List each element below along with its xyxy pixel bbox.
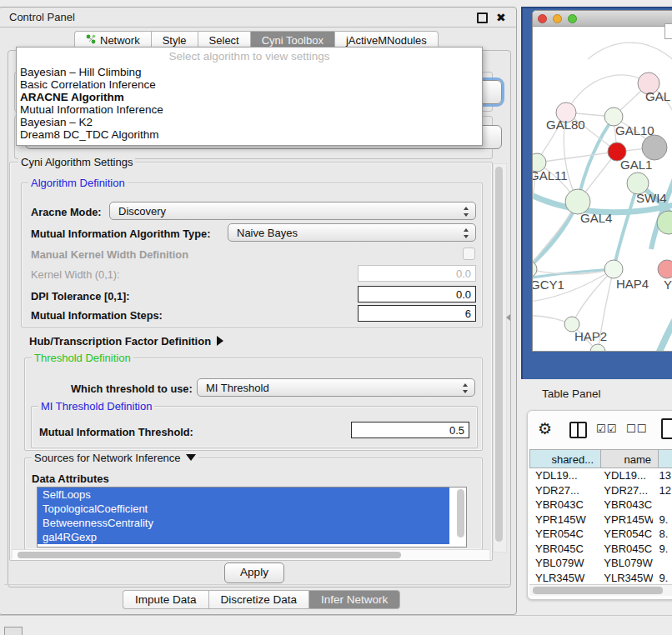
network-window-titlebar — [533, 11, 672, 27]
select-all-checkboxes-icon[interactable]: ☑☑ — [596, 422, 617, 435]
float-window-icon[interactable] — [477, 12, 488, 23]
list-vertical-scrollbar[interactable] — [457, 489, 464, 538]
chevron-right-icon — [217, 336, 223, 346]
column-header-a[interactable]: A — [659, 449, 672, 468]
node-label: GAL10 — [615, 123, 654, 138]
column-header-shared[interactable]: shared... — [529, 449, 601, 468]
table-row[interactable]: YBR043CYBR043C — [529, 498, 672, 512]
node-label: GAL4 — [580, 211, 612, 225]
manual-kernel-checkbox[interactable] — [463, 248, 475, 260]
hub-definition-label: Hub/Transcription Factor Definition — [29, 335, 211, 348]
mi-steps-field[interactable]: 6 — [358, 305, 476, 322]
column-header-name[interactable]: name — [601, 449, 659, 468]
aracne-mode-label: Aracne Mode: — [31, 206, 102, 218]
attr-items: SelfLoopsTopologicalCoefficientBetweenne… — [38, 488, 466, 544]
bottom-strip — [0, 615, 672, 635]
table-cell: YDL19... — [529, 468, 598, 483]
gear-icon[interactable]: ⚙ — [538, 419, 552, 438]
table-cell: YBL079W — [529, 556, 598, 571]
node-label: GAL — [645, 89, 670, 103]
table-cell: 9. — [653, 542, 672, 557]
close-traffic-light-icon[interactable] — [538, 14, 547, 23]
hub-definition-expander[interactable]: Hub/Transcription Factor Definition — [29, 335, 223, 348]
node-label: SWI4 — [636, 191, 667, 205]
table-panel: Table Panel ⚙ ☑☑ ☐☐ shared...nameA YDL19… — [521, 379, 672, 615]
table-cell — [653, 556, 672, 571]
table-cell: 9. — [653, 571, 672, 585]
chevron-down-icon — [186, 454, 196, 461]
close-icon[interactable]: ✖ — [496, 12, 506, 22]
dropdown-item-dream8-dc-tdc-algorithm[interactable]: Dream8 DC_TDC Algorithm — [17, 128, 482, 141]
apply-button[interactable]: Apply — [224, 562, 284, 583]
dpi-tolerance-field[interactable]: 0.0 — [358, 286, 476, 302]
algorithm-dropdown-list: Select algorithm to view settings Bayesi… — [16, 47, 483, 146]
table-cell: 13 — [653, 468, 672, 483]
sources-title: Sources for Network Inference — [32, 452, 198, 464]
dropdown-item-basic-correlation-inference[interactable]: Basic Correlation Inference — [17, 78, 482, 91]
table-cell: 9. — [653, 512, 672, 528]
mi-type-value: Naive Bayes — [237, 227, 298, 239]
attribute-item-selfloops[interactable]: SelfLoops — [38, 488, 449, 502]
network-canvas[interactable]: GALGAL80GAL10GAL1GAL11SWI4GAL4GCY1HAP4YH… — [533, 26, 672, 352]
tab-impute-data[interactable]: Impute Data — [123, 590, 208, 609]
mi-threshold-field[interactable]: 0.5 — [351, 422, 469, 438]
new-table-icon[interactable] — [661, 418, 672, 439]
attribute-item-betweennesscentrality[interactable]: BetweennessCentrality — [38, 516, 449, 530]
aracne-mode-combobox[interactable]: Discovery — [109, 202, 476, 220]
which-threshold-combobox[interactable]: MI Threshold — [197, 378, 475, 397]
attribute-item-gal4rgexp[interactable]: gal4RGexp — [38, 530, 449, 544]
table-row[interactable]: YBL079WYBL079W — [529, 556, 672, 571]
network-edge — [566, 75, 649, 112]
bottom-tab-bar: Impute DataDiscretize DataInfer Network — [123, 590, 400, 609]
split-columns-icon[interactable] — [569, 422, 587, 438]
sources-group: Sources for Network Inference Data Attri… — [24, 458, 483, 550]
network-edge — [656, 298, 672, 352]
dropdown-item-bayesian-hill-climbing[interactable]: Bayesian – Hill Climbing — [17, 66, 482, 78]
table-panel-title: Table Panel — [542, 388, 601, 400]
settings-group-title: Cyni Algorithm Settings — [18, 156, 135, 168]
control-panel-titlebar: Control Panel ✖ — [0, 8, 516, 28]
canvas-scrollbar-fragment[interactable] — [664, 23, 672, 39]
network-node-hap4[interactable] — [604, 260, 623, 278]
spinner-arrows-icon — [464, 228, 469, 239]
zoom-traffic-light-icon[interactable] — [568, 14, 577, 23]
splitpane-collapse-icon[interactable] — [506, 314, 510, 321]
deselect-all-checkboxes-icon[interactable]: ☐☐ — [626, 422, 647, 435]
table-toolbar: ⚙ ☑☑ ☐☐ — [528, 411, 672, 449]
divider — [4, 584, 509, 585]
threshold-definition-title: Threshold Definition — [32, 352, 133, 364]
table-horizontal-scrollbar[interactable] — [529, 584, 672, 596]
table-row[interactable]: YDR27...YDR27...12 — [529, 483, 672, 498]
tab-infer-network[interactable]: Infer Network — [308, 590, 400, 609]
kernel-width-label: Kernel Width (0,1): — [31, 268, 120, 281]
attribute-item-topologicalcoefficient[interactable]: TopologicalCoefficient — [38, 502, 449, 516]
network-edge — [614, 183, 638, 269]
table-row[interactable]: YLR345WYLR345W9. — [529, 571, 672, 585]
mi-type-label: Mutual Information Algorithm Type: — [31, 228, 210, 240]
node-label: GAL11 — [533, 168, 568, 182]
mi-type-combobox[interactable]: Naive Bayes — [228, 223, 476, 242]
settings-vertical-scrollbar[interactable] — [493, 163, 507, 552]
network-window: GALGAL80GAL10GAL1GAL11SWI4GAL4GCY1HAP4YH… — [532, 10, 672, 352]
table-header-row: shared...nameA — [529, 449, 672, 468]
network-node-gcy1[interactable] — [533, 261, 537, 278]
sources-title-text: Sources for Network Inference — [34, 452, 181, 464]
table-row[interactable]: YPR145WYPR145W9. — [529, 512, 672, 528]
network-node-y[interactable] — [658, 260, 672, 278]
table-cell: YBR043C — [598, 498, 653, 512]
kernel-width-field[interactable]: 0.0 — [358, 265, 476, 282]
docked-panel-icon[interactable] — [4, 627, 23, 635]
settings-horizontal-scrollbar[interactable] — [13, 549, 489, 560]
dropdown-item-aracne-algorithm[interactable]: ARACNE Algorithm — [17, 91, 482, 103]
data-attributes-list: SelfLoopsTopologicalCoefficientBetweenne… — [37, 487, 467, 548]
table-cell: 8. — [653, 527, 672, 542]
dropdown-item-mutual-information-inference[interactable]: Mutual Information Inference — [17, 103, 482, 116]
network-node[interactable] — [642, 135, 667, 160]
table-row[interactable]: YDL19...YDL19...13 — [529, 468, 672, 483]
table-row[interactable]: YBR045CYBR045C9. — [529, 542, 672, 557]
tab-discretize-data[interactable]: Discretize Data — [208, 590, 309, 609]
minimize-traffic-light-icon[interactable] — [553, 14, 562, 23]
manual-kernel-label: Manual Kernel Width Definition — [31, 248, 188, 261]
table-row[interactable]: YER054CYER054C8. — [529, 527, 672, 542]
dropdown-item-bayesian-k2[interactable]: Bayesian – K2 — [17, 116, 482, 128]
